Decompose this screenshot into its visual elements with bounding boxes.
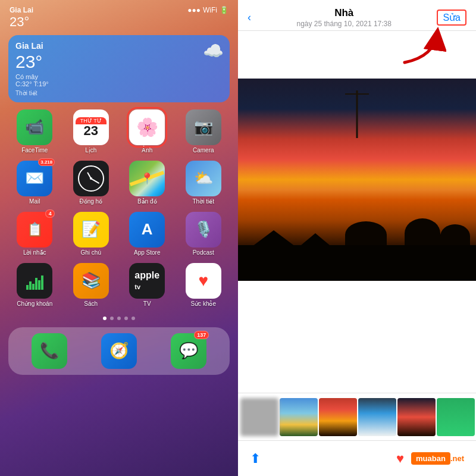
stocks-label: Chứng khoán [17,300,52,307]
antenna-arm [345,93,369,95]
photos-app: ‹ Nhà ngày 25 tháng 10, 2021 17:38 Sửa [238,0,476,476]
dot-4 [124,317,128,320]
calendar-date: 23 [84,124,98,137]
facetime-icon: 📹 [17,109,52,145]
thumbnail-1[interactable] [240,398,278,436]
status-bar: Gia Lai 23° ●●● WiFi 🔋 [0,0,238,33]
thumbnail-4[interactable] [358,398,396,436]
clock-center-dot [90,177,92,180]
widget-row: Gia Lai 23° Có mây C:32° T:19° ☁️ Thời t… [0,33,238,107]
weather-cloud-icon: ☁️ [203,41,224,61]
clock-icon [73,161,109,196]
health-label: Sức khỏe [190,300,216,307]
ground-silhouette [238,245,476,281]
podcasts-icon: 🎙️ [186,212,221,248]
app-grid-row3: 📋 4 Lời nhắc 📝 Ghi chú A App Store 🎙️ Po… [0,209,238,258]
app-photos[interactable]: 🌸 Ảnh [121,109,174,154]
stocks-chart [26,272,43,290]
dot-5 [131,317,135,320]
app-camera[interactable]: 📷 Camera [177,109,230,154]
app-reminders[interactable]: 📋 4 Lời nhắc [8,212,61,256]
toolbar-right: ♥ muaban .net [396,451,464,466]
weather-label: Thời tiết [15,90,223,96]
reminders-badge: 4 [45,209,55,218]
app-calendar[interactable]: THỨ TƯ 23 Lịch [65,109,118,154]
app-grid-row1: 📹 FaceTime THỨ TƯ 23 Lịch 🌸 Ảnh 📷 Camera [0,107,238,156]
tree-2 [440,224,470,248]
clock-face [78,165,104,192]
app-weather[interactable]: ⛅ Thời tiết [177,161,230,205]
app-podcasts[interactable]: 🎙️ Podcast [177,212,230,256]
podcasts-label: Podcast [193,249,214,256]
appstore-label: App Store [134,249,160,256]
thumbnail-2[interactable] [280,398,318,436]
muaban-logo: muaban [411,452,450,465]
weather-temp: 23° [15,52,223,72]
app-grid-row2: ✉️ 3.218 Mail Đồng hồ 📍 Bản đồ [0,158,238,207]
mail-label: Mail [29,198,40,205]
tree-1 [405,218,440,248]
safari-icon: 🧭 [101,333,137,369]
maps-label: Bản đồ [137,198,157,205]
page-dots [0,312,238,325]
dock: 📞 🧭 💬 137 [8,327,230,375]
clock-label: Đồng hồ [79,198,102,205]
antenna-silhouette [356,90,358,138]
calendar-label: Lịch [85,147,96,154]
photos-title-area: Nhà ngày 25 tháng 10, 2021 17:38 [251,7,437,28]
dot-1 [103,317,107,320]
thumbnail-strip [238,393,476,440]
photos-edit-button[interactable]: Sửa [437,10,466,26]
main-photo[interactable] [238,79,476,281]
app-books[interactable]: 📚 Sách [65,263,118,307]
books-icon: 📚 [73,263,109,299]
mail-icon: ✉️ 3.218 [17,161,52,196]
notes-label: Ghi chú [81,249,101,256]
camera-label: Camera [193,147,214,154]
photos-album-title: Nhà [251,7,437,19]
tv-icon: apple tv [129,263,165,299]
photos-label: Ảnh [142,147,152,154]
thumbnail-row [238,393,476,440]
app-health[interactable]: ♥ Sức khỏe [177,263,230,307]
status-icons: ●●● WiFi 🔋 [187,6,228,14]
app-facetime[interactable]: 📹 FaceTime [8,109,61,154]
share-button[interactable]: ⬆ [250,451,261,466]
reminders-icon: 📋 4 [17,212,52,248]
red-arrow-svg [399,27,446,68]
health-icon: ♥ [186,263,221,299]
dock-messages[interactable]: 💬 137 [171,333,206,369]
notes-icon: 📝 [73,212,109,248]
app-appstore[interactable]: A App Store [121,212,174,256]
camera-icon: 📷 [186,109,221,145]
weather-range: C:32° T:19° [15,80,223,87]
iphone-home-screen: Gia Lai 23° ●●● WiFi 🔋 Gia Lai 23° Có mâ… [0,0,238,476]
appstore-icon: A [129,212,165,248]
dock-phone[interactable]: 📞 [32,333,67,369]
thumbnail-6[interactable] [437,398,475,436]
weather-app-icon: ⛅ [186,161,221,196]
maps-icon: 📍 [129,161,165,196]
tv-label: TV [143,300,151,307]
thumbnail-3[interactable] [319,398,357,436]
app-tv[interactable]: apple tv TV [121,263,174,307]
tree-3 [345,221,387,248]
thumbnail-5[interactable] [397,398,436,436]
weather-widget[interactable]: Gia Lai 23° Có mây C:32° T:19° ☁️ Thời t… [8,35,230,102]
heart-icon[interactable]: ♥ [396,451,404,466]
calendar-icon: THỨ TƯ 23 [73,109,109,145]
app-maps[interactable]: 📍 Bản đồ [121,161,174,205]
app-mail[interactable]: ✉️ 3.218 Mail [8,161,61,205]
app-clock[interactable]: Đồng hồ [65,161,118,205]
arrow-annotation [399,27,446,71]
photos-icon: 🌸 [129,109,165,145]
reminders-label: Lời nhắc [23,249,46,256]
dock-safari[interactable]: 🧭 [101,333,137,369]
messages-badge: 137 [194,331,209,339]
photo-sky-gradient [238,79,476,281]
photos-bottom-toolbar: ⬆ ♥ muaban .net [238,440,476,476]
app-stocks[interactable]: Chứng khoán [8,263,61,307]
app-notes[interactable]: 📝 Ghi chú [65,212,118,256]
phone-icon: 📞 [32,333,67,369]
weather-city: Gia Lai [15,41,223,51]
